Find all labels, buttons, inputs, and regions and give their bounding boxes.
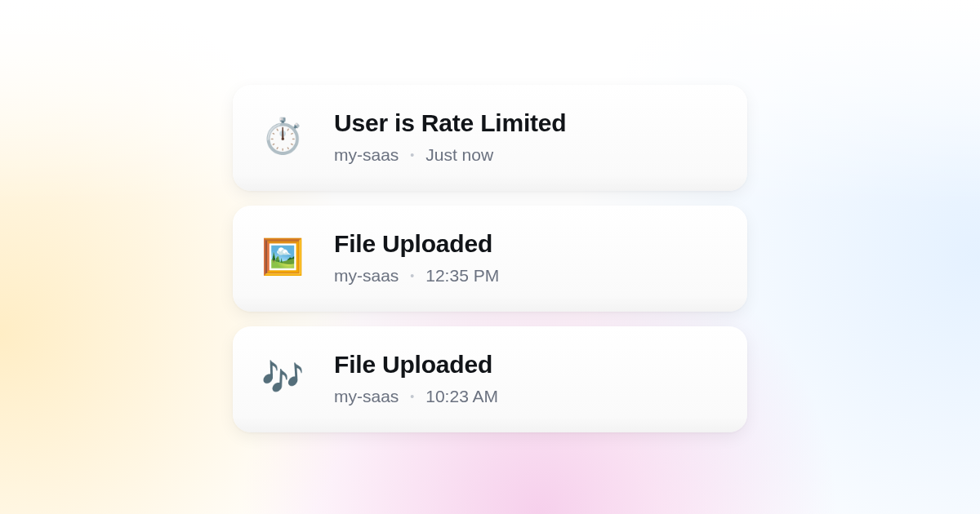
meta-separator: • [410,149,414,161]
event-time: 10:23 AM [425,387,498,406]
music-notes-icon: 🎶 [262,357,303,398]
event-meta: my-saas • 12:35 PM [334,266,718,286]
picture-icon: 🖼️ [262,237,303,277]
event-card[interactable]: 🎶 File Uploaded my-saas • 10:23 AM [233,326,747,432]
meta-separator: • [410,270,414,281]
event-project: my-saas [334,266,399,286]
event-time: 12:35 PM [425,266,499,286]
event-time: Just now [425,145,493,165]
event-card[interactable]: 🖼️ File Uploaded my-saas • 12:35 PM [233,206,747,312]
event-project: my-saas [334,387,399,406]
event-title: File Uploaded [334,351,718,379]
event-meta: my-saas • 10:23 AM [334,387,718,406]
event-feed: ⏱️ User is Rate Limited my-saas • Just n… [233,85,747,432]
event-card[interactable]: ⏱️ User is Rate Limited my-saas • Just n… [233,85,747,191]
event-title: User is Rate Limited [334,109,718,137]
event-project: my-saas [334,145,399,165]
event-content: File Uploaded my-saas • 12:35 PM [334,230,718,286]
event-title: File Uploaded [334,230,718,258]
event-content: User is Rate Limited my-saas • Just now [334,109,718,165]
event-content: File Uploaded my-saas • 10:23 AM [334,351,718,406]
event-meta: my-saas • Just now [334,145,718,165]
stopwatch-icon: ⏱️ [262,116,303,157]
meta-separator: • [410,391,414,402]
